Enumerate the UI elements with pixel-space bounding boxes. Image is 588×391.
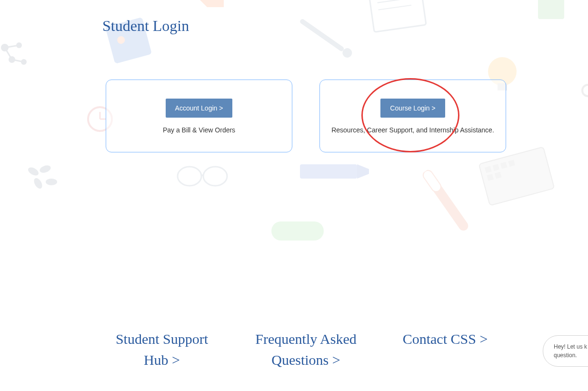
- contact-css-link[interactable]: Contact CSS >: [390, 329, 500, 370]
- svg-rect-28: [300, 164, 357, 179]
- svg-point-25: [178, 167, 201, 186]
- svg-marker-9: [200, 0, 224, 7]
- page-title: Student Login: [102, 17, 189, 35]
- account-card-description: Pay a Bill & View Orders: [163, 126, 235, 134]
- bg-decoration-notebook-icon: [364, 0, 432, 38]
- svg-line-12: [379, 5, 411, 10]
- bg-decoration-glasses-icon: [176, 162, 229, 190]
- svg-marker-29: [357, 164, 369, 179]
- account-login-card: Account Login > Pay a Bill & View Orders: [106, 80, 292, 152]
- bg-decoration-molecule-icon: [24, 162, 62, 195]
- bg-decoration-testtube-icon: [382, 166, 479, 268]
- student-support-hub-link[interactable]: Student Support Hub >: [102, 329, 221, 370]
- svg-point-21: [27, 166, 40, 177]
- svg-rect-17: [538, 0, 564, 19]
- bottom-links-container: Student Support Hub > Frequently Asked Q…: [102, 329, 500, 370]
- login-cards-container: Account Login > Pay a Bill & View Orders…: [106, 80, 506, 152]
- svg-rect-39: [271, 221, 324, 241]
- bg-decoration-molecule-icon: [0, 38, 33, 76]
- bg-decoration-ring-icon: [581, 79, 588, 102]
- bg-decoration-box-icon: [536, 0, 567, 21]
- svg-point-22: [39, 164, 51, 174]
- svg-rect-13: [299, 18, 345, 52]
- svg-line-5: [5, 48, 12, 60]
- bg-decoration-pencil-icon: [200, 0, 224, 7]
- svg-line-11: [378, 0, 410, 3]
- svg-point-23: [32, 177, 44, 190]
- svg-point-26: [203, 167, 227, 186]
- bg-decoration-eraser-icon: [267, 214, 329, 248]
- course-login-card: Course Login > Resources, Career Support…: [319, 80, 506, 152]
- bg-decoration-keyboard-icon: [476, 144, 558, 208]
- faq-link[interactable]: Frequently Asked Questions >: [244, 329, 368, 370]
- svg-point-24: [46, 179, 57, 185]
- svg-point-40: [582, 85, 588, 96]
- svg-rect-38: [421, 169, 443, 193]
- course-card-description: Resources, Career Support, and Internshi…: [331, 126, 494, 134]
- bg-decoration-marker-icon: [290, 152, 376, 190]
- course-login-button[interactable]: Course Login >: [380, 99, 445, 118]
- account-login-button[interactable]: Account Login >: [166, 99, 233, 118]
- svg-rect-10: [369, 0, 426, 32]
- bg-decoration-thermometer-icon: [283, 14, 355, 81]
- chat-widget[interactable]: Hey! Let us k question.: [543, 335, 588, 367]
